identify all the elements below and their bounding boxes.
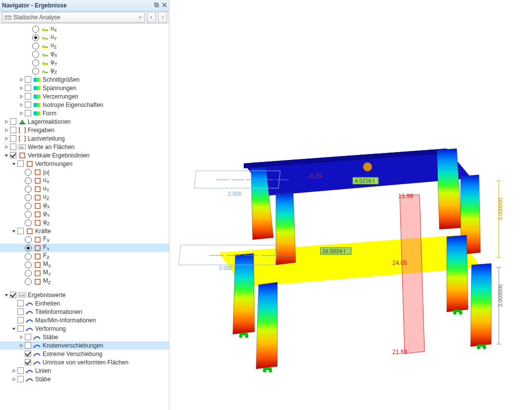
expander-icon[interactable] xyxy=(18,77,25,82)
tree-checkbox[interactable] xyxy=(25,359,31,365)
tree-radio[interactable] xyxy=(25,245,32,252)
tree-radio[interactable] xyxy=(25,194,32,201)
tree-radio[interactable] xyxy=(32,68,39,75)
tree-row[interactable]: Lastverteilung xyxy=(0,134,169,143)
tree-radio[interactable] xyxy=(32,43,39,50)
nav-next-button[interactable] xyxy=(158,12,167,23)
analysis-dropdown[interactable]: Statische Analyse xyxy=(2,12,145,23)
tree-radio[interactable] xyxy=(25,219,32,226)
tree-row[interactable]: FY xyxy=(0,244,169,252)
tree-row[interactable]: Lagerreaktionen xyxy=(0,117,169,126)
tree-checkbox[interactable] xyxy=(25,76,31,83)
tree-row[interactable]: Verformung xyxy=(0,324,169,333)
tree-row[interactable]: Max/Min-Informationen xyxy=(0,316,169,324)
tree-row[interactable]: uY xyxy=(0,185,169,193)
tree-radio[interactable] xyxy=(25,270,32,277)
tree-row[interactable]: Form xyxy=(0,109,169,117)
tree-checkbox[interactable] xyxy=(25,102,31,108)
tree-checkbox[interactable] xyxy=(17,228,24,234)
tree-checkbox[interactable] xyxy=(25,342,31,349)
tree-row[interactable]: Schnittgrößen xyxy=(0,75,169,84)
tree-row[interactable]: uZ xyxy=(0,193,169,202)
tree-radio[interactable] xyxy=(25,278,32,285)
tree-row[interactable]: φX xyxy=(0,202,169,210)
tree-row[interactable]: MY xyxy=(0,269,169,277)
tree-row[interactable]: uX xyxy=(0,176,169,185)
tree-checkbox[interactable] xyxy=(17,317,24,323)
tree-row[interactable]: φY xyxy=(0,58,169,67)
expander-icon[interactable] xyxy=(18,335,25,340)
expander-icon[interactable] xyxy=(18,102,25,107)
tree-checkbox[interactable] xyxy=(10,118,16,125)
nav-prev-button[interactable] xyxy=(147,12,156,23)
expander-icon[interactable] xyxy=(3,119,10,124)
model-viewport[interactable]: 3.000000 3.000000 -8.29 4.5216 t 16.5024… xyxy=(169,0,532,410)
tree-checkbox[interactable] xyxy=(10,127,16,133)
expander-icon[interactable] xyxy=(10,377,17,382)
tree-row[interactable]: Extreme Verschiebung xyxy=(0,350,169,358)
tree-row[interactable]: φZ xyxy=(0,218,169,227)
pin-icon[interactable] xyxy=(154,2,159,9)
expander-icon[interactable] xyxy=(18,343,25,348)
expander-icon[interactable] xyxy=(10,326,17,331)
close-icon[interactable] xyxy=(162,2,167,9)
tree-row[interactable]: xxWerte an Flächen xyxy=(0,143,169,151)
tree-row[interactable]: φX xyxy=(0,50,169,58)
tree-checkbox[interactable] xyxy=(10,292,16,298)
tree-checkbox[interactable] xyxy=(17,325,24,332)
tree-radio[interactable] xyxy=(25,169,32,176)
tree-row[interactable]: Stäbe xyxy=(0,375,169,383)
tree-row[interactable]: Vertikale Ergebnislinien xyxy=(0,151,169,159)
tree-checkbox[interactable] xyxy=(17,300,24,307)
tree-radio[interactable] xyxy=(32,59,39,66)
tree-row[interactable]: uY xyxy=(0,33,169,42)
expander-icon[interactable] xyxy=(18,94,25,99)
tree-checkbox[interactable] xyxy=(25,334,31,340)
expander-icon[interactable] xyxy=(10,368,17,373)
tree-row[interactable]: Freigaben xyxy=(0,126,169,134)
tree-checkbox[interactable] xyxy=(10,144,16,150)
tree-checkbox[interactable] xyxy=(17,160,24,167)
tree-radio[interactable] xyxy=(32,34,39,41)
tree-row[interactable]: Knotenverschiebungen xyxy=(0,341,169,350)
tree-row[interactable]: Umrisse von verformten Flächen xyxy=(0,358,169,366)
tree-radio[interactable] xyxy=(25,253,32,260)
tree-row[interactable]: |u| xyxy=(0,168,169,176)
tree-checkbox[interactable] xyxy=(25,110,31,116)
tree-row[interactable]: uZ xyxy=(0,42,169,50)
tree-checkbox[interactable] xyxy=(17,376,24,382)
expander-icon[interactable] xyxy=(18,86,25,91)
expander-icon[interactable] xyxy=(3,145,10,150)
tree-radio[interactable] xyxy=(25,236,32,243)
tree-row[interactable]: Kräfte xyxy=(0,227,169,235)
tree-checkbox[interactable] xyxy=(10,135,16,142)
tree-row[interactable]: uX xyxy=(0,25,169,33)
expander-icon[interactable] xyxy=(3,153,10,158)
tree-row[interactable]: x.xxErgebniswerte xyxy=(0,291,169,299)
tree-row[interactable]: Stäbe xyxy=(0,333,169,341)
expander-icon[interactable] xyxy=(18,111,25,116)
tree-checkbox[interactable] xyxy=(17,308,24,315)
tree-radio[interactable] xyxy=(25,177,32,184)
expander-icon[interactable] xyxy=(3,128,10,133)
tree-row[interactable]: MZ xyxy=(0,277,169,286)
tree-row[interactable]: Titelinformationen xyxy=(0,308,169,316)
expander-icon[interactable] xyxy=(3,136,10,141)
result-tree[interactable]: uXuYuZφXφYφZSchnittgrößenSpannungenVerze… xyxy=(0,24,169,410)
tree-radio[interactable] xyxy=(32,51,39,58)
tree-radio[interactable] xyxy=(25,261,32,268)
tree-row[interactable]: MX xyxy=(0,260,169,269)
tree-row[interactable]: φZ xyxy=(0,67,169,75)
tree-radio[interactable] xyxy=(25,186,32,193)
expander-icon[interactable] xyxy=(10,229,17,234)
tree-radio[interactable] xyxy=(25,203,32,209)
tree-row[interactable]: φY xyxy=(0,210,169,218)
tree-row[interactable]: Verzerrungen xyxy=(0,92,169,101)
tree-row[interactable]: Einheiten xyxy=(0,299,169,308)
tree-checkbox[interactable] xyxy=(25,85,31,91)
tree-checkbox[interactable] xyxy=(25,351,31,357)
expander-icon[interactable] xyxy=(3,293,10,298)
tree-row[interactable]: FZ xyxy=(0,252,169,260)
tree-radio[interactable] xyxy=(25,211,32,218)
tree-checkbox[interactable] xyxy=(17,367,24,374)
